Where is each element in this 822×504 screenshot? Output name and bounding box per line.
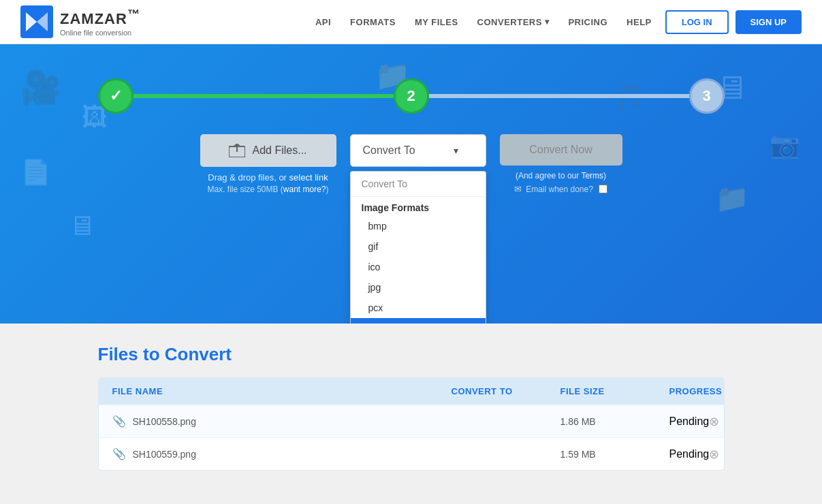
file-table-header: FILE NAME CONVERT TO FILE SIZE PROGRESS: [99, 378, 724, 405]
header-buttons: LOG IN SIGN UP: [665, 10, 802, 34]
max-size-text: Max. file size 50MB (want more?): [207, 185, 328, 194]
dropdown-item-jpg[interactable]: jpg: [351, 277, 486, 298]
nav-converters[interactable]: CONVERTERS: [477, 17, 550, 27]
add-files-col: Add Files... Drag & drop files, or selec…: [200, 134, 336, 194]
email-checkbox[interactable]: [599, 185, 607, 193]
dropdown-item-pcx[interactable]: pcx: [351, 298, 486, 318]
file-name-cell-0: 📎 SH100558.png: [112, 415, 452, 428]
files-title: Files to Convert: [98, 344, 725, 365]
step-2-circle: 2: [394, 78, 429, 114]
step-3-circle: 3: [689, 78, 725, 114]
file-table: FILE NAME CONVERT TO FILE SIZE PROGRESS …: [98, 377, 725, 471]
want-more-link[interactable]: want more?: [283, 185, 326, 194]
table-row: 📎 SH100559.png 1.59 MB Pending ⊗: [99, 437, 724, 470]
dropdown-item-gif[interactable]: gif: [351, 236, 486, 257]
logo-sub: Online file conversion: [60, 29, 140, 37]
nav-help[interactable]: HELP: [627, 17, 652, 27]
tool-row: Add Files... Drag & drop files, or selec…: [98, 134, 725, 194]
nav-my-files[interactable]: MY FILES: [415, 17, 458, 27]
hero-content: ✓ 2 3 Add Files... Drag & drop files: [84, 65, 738, 194]
stepper: ✓ 2 3: [98, 78, 725, 114]
file-status-1: Pending: [669, 448, 710, 460]
login-button[interactable]: LOG IN: [665, 10, 729, 34]
terms-text: (And agree to our Terms): [516, 171, 606, 180]
step-1-circle: ✓: [98, 78, 133, 114]
email-label: Email when done?: [526, 185, 593, 194]
dropdown-item-bmp[interactable]: bmp: [351, 216, 486, 236]
main-nav: API FORMATS MY FILES CONVERTERS PRICING …: [315, 17, 652, 27]
nav-pricing[interactable]: PRICING: [568, 17, 607, 27]
dropdown-item-ico[interactable]: ico: [351, 257, 486, 277]
col-filesize: FILE SIZE: [560, 386, 669, 396]
file-name-0: SH100558.png: [133, 416, 196, 427]
hero-section: 🎥 🖼 📄 🖥 🖥 📷 📁 📁 🎵 ✓ 2 3: [0, 44, 822, 324]
convert-to-trigger[interactable]: Convert To ▾: [350, 134, 486, 167]
col-convert-to: CONVERT TO: [452, 386, 560, 396]
clip-icon-0: 📎: [112, 415, 126, 428]
drag-text: Drag & drop files, or select link: [208, 172, 328, 183]
signup-button[interactable]: SIGN UP: [736, 10, 802, 34]
upload-icon: [229, 144, 245, 157]
convert-to-col: Convert To ▾ Convert To Image Formats bm…: [350, 134, 486, 167]
clip-icon-1: 📎: [112, 447, 126, 460]
dropdown-arrow-icon: ▾: [454, 145, 458, 156]
file-status-row-0: Pending ⊗: [669, 415, 710, 428]
nav-formats[interactable]: FORMATS: [350, 17, 396, 27]
image-formats-label: Image Formats: [351, 197, 486, 216]
file-size-0: 1.86 MB: [560, 416, 669, 427]
svg-text:📄: 📄: [20, 157, 51, 187]
convert-now-button[interactable]: Convert Now: [500, 134, 622, 166]
files-section: Files to Convert FILE NAME CONVERT TO FI…: [84, 324, 738, 484]
zamzar-logo-icon: [20, 5, 53, 38]
col-filename: FILE NAME: [112, 386, 452, 396]
svg-text:📷: 📷: [770, 130, 800, 159]
svg-text:🎥: 🎥: [20, 68, 61, 107]
dropdown-item-tga[interactable]: tga: [351, 318, 486, 324]
remove-file-1-button[interactable]: ⊗: [709, 448, 719, 460]
terms-link[interactable]: Terms: [581, 171, 603, 180]
file-name-cell-1: 📎 SH100559.png: [112, 447, 452, 460]
file-status-row-1: Pending ⊗: [669, 448, 710, 460]
convert-now-col: Convert Now (And agree to our Terms) ✉ E…: [500, 134, 622, 194]
table-row: 📎 SH100558.png 1.86 MB Pending ⊗: [99, 405, 724, 437]
add-files-button[interactable]: Add Files...: [200, 134, 336, 167]
file-name-1: SH100559.png: [133, 449, 196, 460]
nav-api[interactable]: API: [315, 17, 331, 27]
step-line-2-3: [429, 94, 689, 98]
select-link[interactable]: select link: [289, 172, 328, 183]
dropdown-placeholder-item: Convert To: [351, 172, 486, 197]
remove-file-0-button[interactable]: ⊗: [709, 415, 719, 428]
step-line-1-2: [133, 94, 394, 98]
logo-text-area: ZAMZAR™ Online file conversion: [60, 7, 140, 36]
convert-to-dropdown[interactable]: Convert To Image Formats bmp gif ico jpg…: [350, 171, 486, 324]
email-icon: ✉: [514, 184, 522, 194]
header: ZAMZAR™ Online file conversion API FORMA…: [0, 0, 822, 44]
svg-text:🖥: 🖥: [68, 210, 95, 240]
logo-name: ZAMZAR™: [60, 7, 140, 28]
col-progress: PROGRESS: [669, 386, 710, 396]
convert-to-wrapper: Convert To ▾ Convert To Image Formats bm…: [350, 134, 486, 167]
logo-area: ZAMZAR™ Online file conversion: [20, 5, 140, 38]
file-size-1: 1.59 MB: [560, 449, 669, 460]
email-when-done-row: ✉ Email when done?: [514, 184, 607, 194]
file-status-0: Pending: [669, 415, 710, 428]
